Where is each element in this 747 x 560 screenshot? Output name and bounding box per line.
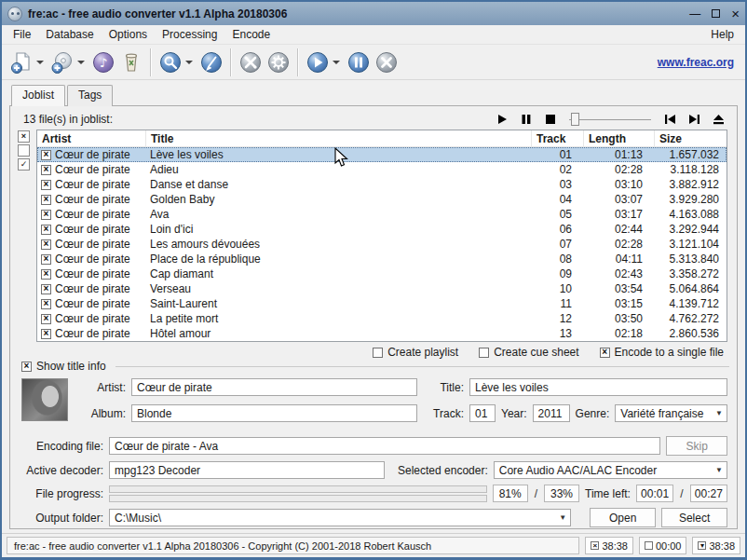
open-button[interactable]: Open — [590, 508, 656, 527]
cell-artist: Cœur de pirate — [55, 193, 130, 206]
album-field[interactable]: Blonde — [131, 404, 417, 422]
chevron-down-icon[interactable]: ▼ — [555, 510, 570, 526]
row-checkbox[interactable]: × — [41, 150, 51, 160]
close-button[interactable]: × — [731, 7, 740, 20]
row-checkbox[interactable]: × — [41, 210, 51, 220]
cell-track: 01 — [531, 148, 583, 161]
pause-encoding-icon[interactable] — [345, 48, 373, 76]
col-track[interactable]: Track — [531, 130, 583, 146]
cell-size: 5.313.840 — [654, 253, 727, 266]
seek-slider[interactable] — [569, 113, 651, 126]
table-header[interactable]: Artist Title Track Length Size — [37, 130, 727, 147]
artist-field[interactable]: Cœur de pirate — [131, 378, 417, 396]
eject-icon[interactable] — [709, 111, 727, 128]
row-checkbox[interactable]: × — [41, 225, 51, 235]
previous-track-icon[interactable] — [660, 111, 679, 128]
menu-options[interactable]: Options — [102, 26, 155, 43]
row-checkbox[interactable]: × — [41, 284, 51, 294]
col-artist[interactable]: Artist — [37, 130, 145, 146]
pause-icon[interactable] — [517, 111, 536, 128]
col-size[interactable]: Size — [654, 130, 727, 146]
tab-tags[interactable]: Tags — [67, 85, 113, 106]
configure-settings-icon[interactable] — [265, 48, 292, 76]
cddb-query-dropdown-icon[interactable] — [185, 61, 193, 64]
play-icon[interactable] — [493, 111, 511, 128]
row-checkbox[interactable]: × — [41, 269, 51, 280]
menu-processing[interactable]: Processing — [155, 26, 224, 43]
encode-single-file-checkbox[interactable]: × Encode to a single file — [600, 346, 724, 359]
stop-icon[interactable] — [541, 111, 560, 128]
maximize-button[interactable] — [712, 9, 720, 18]
remove-all-icon[interactable] — [117, 48, 145, 76]
add-audio-cd-dropdown-icon[interactable] — [77, 61, 85, 64]
show-title-info-checkbox[interactable]: × Show title info — [21, 360, 106, 373]
row-checkbox[interactable]: × — [41, 239, 51, 250]
menu-database[interactable]: Database — [38, 26, 101, 43]
add-files-icon[interactable] — [7, 48, 35, 76]
col-length[interactable]: Length — [583, 130, 654, 146]
show-title-info-label: Show title info — [36, 360, 106, 373]
table-row[interactable]: ×Cœur de pirateLève les voiles0101:131.6… — [37, 147, 727, 162]
table-row[interactable]: ×Cœur de pirateLa petite mort1203:504.76… — [37, 311, 727, 326]
output-folder-combobox[interactable]: C:\Music\ ▼ — [109, 509, 571, 526]
freac-website-link[interactable]: www.freac.org — [658, 56, 740, 69]
configure-tools-icon[interactable] — [237, 48, 265, 76]
table-row[interactable]: ×Cœur de pirateSaint-Laurent1103:154.139… — [37, 296, 727, 311]
create-cue-sheet-checkbox[interactable]: Create cue sheet — [479, 346, 578, 359]
table-row[interactable]: ×Cœur de pirateCap diamant0902:433.358.2… — [37, 266, 727, 281]
menu-file[interactable]: File — [6, 26, 38, 43]
start-encoding-dropdown-icon[interactable] — [333, 61, 340, 64]
table-row[interactable]: ×Cœur de pirateDanse et danse0303:103.88… — [37, 177, 727, 192]
add-audio-cd-icon[interactable] — [48, 48, 76, 76]
row-checkbox[interactable]: × — [41, 254, 51, 265]
cddb-query-icon[interactable] — [156, 48, 184, 76]
checkbox-icon: × — [600, 348, 610, 358]
genre-combobox[interactable]: Variété française ▼ — [615, 404, 727, 422]
col-title[interactable]: Title — [145, 130, 531, 146]
select-all-button[interactable]: × — [18, 130, 30, 143]
cell-size: 4.163.088 — [654, 208, 727, 221]
year-field[interactable]: 2011 — [533, 404, 570, 422]
toggle-selection-button[interactable]: ✓ — [18, 158, 30, 171]
next-track-icon[interactable] — [685, 111, 703, 128]
menu-encode[interactable]: Encode — [224, 26, 278, 43]
row-checkbox[interactable]: × — [41, 299, 51, 309]
start-encoding-icon[interactable] — [304, 48, 332, 76]
cell-track: 10 — [531, 282, 583, 295]
track-field[interactable]: 01 — [469, 404, 496, 422]
joblist-music-icon[interactable]: ♪ — [89, 48, 117, 76]
row-checkbox[interactable]: × — [41, 329, 51, 339]
cell-title: Verseau — [145, 282, 531, 295]
table-row[interactable]: ×Cœur de pirateVerseau1003:545.064.864 — [37, 281, 727, 296]
table-row[interactable]: ×Cœur de pirateAdieu0202:283.118.128 — [37, 162, 727, 177]
table-row[interactable]: ×Cœur de pirateLes amours dévouées0702:2… — [37, 237, 727, 252]
chevron-down-icon[interactable]: ▼ — [712, 405, 727, 421]
time-unselected: 00:00 — [639, 537, 687, 554]
skip-button[interactable]: Skip — [666, 436, 727, 456]
create-playlist-checkbox[interactable]: Create playlist — [373, 346, 458, 359]
minimize-button[interactable]: — — [689, 8, 700, 20]
row-checkbox[interactable]: × — [41, 165, 51, 175]
cddb-submit-icon[interactable] — [197, 48, 225, 76]
table-row[interactable]: ×Cœur de pirateHôtel amour1302:182.860.5… — [37, 326, 727, 341]
add-files-dropdown-icon[interactable] — [36, 61, 44, 64]
row-checkbox[interactable]: × — [41, 195, 51, 205]
table-row[interactable]: ×Cœur de pirateGolden Baby0403:073.929.2… — [37, 192, 727, 207]
table-row[interactable]: ×Cœur de pirateLoin d'ici0602:443.292.94… — [37, 222, 727, 237]
table-row[interactable]: ×Cœur de pirateAva0503:174.163.088 — [37, 207, 727, 222]
cell-size: 3.121.104 — [654, 238, 727, 251]
selected-encoder-combobox[interactable]: Core Audio AAC/ALAC Encoder ▼ — [494, 461, 727, 479]
table-row[interactable]: ×Cœur de piratePlace de la république080… — [37, 252, 727, 266]
row-checkbox[interactable]: × — [41, 180, 51, 190]
menu-help[interactable]: Help — [703, 26, 741, 43]
select-none-button[interactable] — [18, 144, 30, 157]
stop-encoding-icon[interactable] — [373, 48, 401, 76]
chevron-down-icon[interactable]: ▼ — [712, 462, 727, 478]
toolbar-separator — [230, 48, 232, 76]
select-button[interactable]: Select — [661, 508, 727, 527]
tab-joblist[interactable]: Joblist — [11, 85, 65, 106]
row-checkbox[interactable]: × — [41, 314, 51, 324]
seek-slider-thumb[interactable] — [571, 113, 579, 126]
unchecked-box-icon — [645, 541, 653, 550]
title-field[interactable]: Lève les voiles — [469, 378, 727, 396]
